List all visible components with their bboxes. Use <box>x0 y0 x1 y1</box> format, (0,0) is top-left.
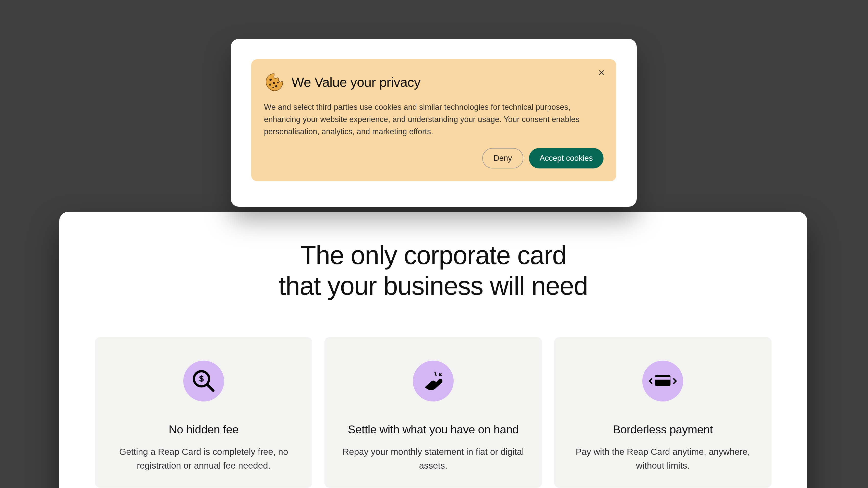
svg-point-4 <box>269 84 271 86</box>
cookie-icon <box>264 72 284 92</box>
cookie-modal: We Value your privacy We and select thir… <box>231 39 637 207</box>
feature-title: No hidden fee <box>108 423 300 436</box>
svg-point-7 <box>272 87 274 88</box>
hero-line-1: The only corporate card <box>300 241 566 270</box>
features-row: $ No hidden fee Getting a Reap Card is c… <box>95 337 772 488</box>
accept-cookies-button[interactable]: Accept cookies <box>529 148 604 168</box>
svg-point-2 <box>269 78 272 81</box>
card-arrows-icon <box>642 361 683 401</box>
feature-title: Settle with what you have on hand <box>337 423 529 436</box>
svg-point-6 <box>277 82 279 83</box>
close-icon <box>598 69 605 77</box>
cookie-header: We Value your privacy <box>264 72 603 92</box>
feature-card-no-hidden-fee: $ No hidden fee Getting a Reap Card is c… <box>95 337 312 488</box>
feature-card-settle: Settle with what you have on hand Repay … <box>324 337 542 488</box>
cookie-body-text: We and select third parties use cookies … <box>264 101 596 138</box>
dollar-magnify-icon: $ <box>183 361 224 401</box>
cookie-title: We Value your privacy <box>291 74 421 90</box>
svg-text:$: $ <box>199 374 204 383</box>
svg-point-5 <box>275 85 278 88</box>
deny-button[interactable]: Deny <box>482 148 523 168</box>
cookie-banner: We Value your privacy We and select thir… <box>251 59 616 181</box>
feature-card-borderless: Borderless payment Pay with the Reap Car… <box>554 337 772 488</box>
content-panel: The only corporate card that your busine… <box>59 212 807 488</box>
svg-line-13 <box>435 372 436 376</box>
hero-title: The only corporate card that your busine… <box>95 240 772 301</box>
svg-rect-15 <box>655 377 671 380</box>
svg-rect-14 <box>655 375 671 386</box>
feature-title: Borderless payment <box>567 423 759 436</box>
cookie-actions: Deny Accept cookies <box>264 148 603 168</box>
close-button[interactable] <box>596 67 607 78</box>
hero-line-2: that your business will need <box>279 271 588 300</box>
svg-point-3 <box>273 82 275 84</box>
snap-fingers-icon <box>413 361 454 401</box>
feature-desc: Repay your monthly statement in fiat or … <box>337 445 529 473</box>
feature-desc: Pay with the Reap Card anytime, anywhere… <box>567 445 759 473</box>
feature-desc: Getting a Reap Card is completely free, … <box>108 445 300 473</box>
svg-line-9 <box>207 384 213 391</box>
